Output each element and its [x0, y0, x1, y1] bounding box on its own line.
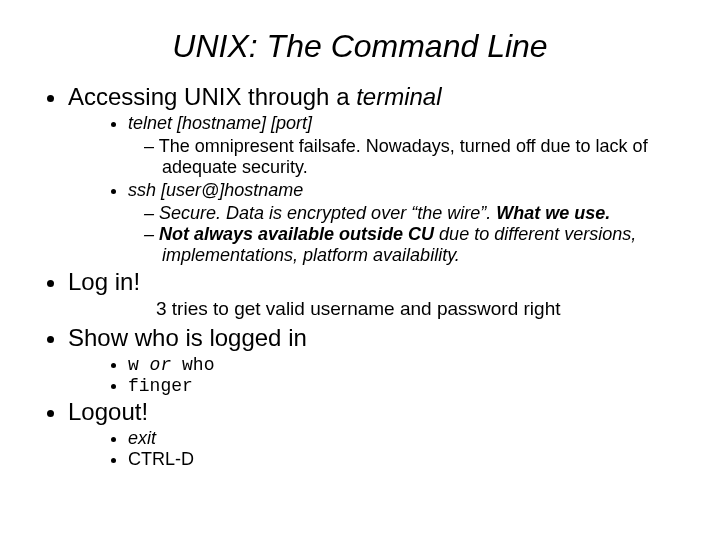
sub-item: w or who — [128, 354, 680, 375]
dash-list: The omnipresent failsafe. Nowadays, turn… — [68, 136, 680, 178]
bullet-text: Logout! — [68, 398, 148, 425]
slide: UNIX: The Command Line Accessing UNIX th… — [0, 0, 720, 492]
slide-title: UNIX: The Command Line — [40, 28, 680, 65]
bullet-show-who: Show who is logged in w or who finger — [68, 324, 680, 396]
sub-list: exit CTRL-D — [68, 428, 680, 470]
dash-item: Not always available outside CU due to d… — [162, 224, 680, 266]
sub-item: finger — [128, 375, 680, 396]
text: Secure. Data is encrypted over “the wire… — [159, 203, 496, 223]
bullet-text: Log in! — [68, 268, 140, 295]
sub-telnet: telnet [hostname] [port] — [128, 113, 680, 134]
bullet-logout: Logout! exit CTRL-D — [68, 398, 680, 470]
bullet-list: Accessing UNIX through a terminal telnet… — [40, 83, 680, 470]
note-text: 3 tries to get valid username and passwo… — [68, 298, 680, 320]
text-bold: Not always available outside CU — [159, 224, 434, 244]
bullet-login: Log in! 3 tries to get valid username an… — [68, 268, 680, 320]
bullet-text: Accessing UNIX through a — [68, 83, 356, 110]
sub-list: w or who finger — [68, 354, 680, 396]
sub-item: exit — [128, 428, 680, 449]
sub-list: telnet [hostname] [port] — [68, 113, 680, 134]
sub-item: CTRL-D — [128, 449, 680, 470]
code-text: w — [128, 355, 139, 375]
sub-list: ssh [user@]hostname — [68, 180, 680, 201]
code-text: finger — [128, 376, 193, 396]
sub-ssh: ssh [user@]hostname — [128, 180, 680, 201]
dash-item: The omnipresent failsafe. Nowadays, turn… — [162, 136, 680, 178]
code-text: who — [182, 355, 214, 375]
code-text: or — [139, 355, 182, 375]
bullet-text: Show who is logged in — [68, 324, 307, 351]
dash-item: Secure. Data is encrypted over “the wire… — [162, 203, 680, 224]
bullet-accessing: Accessing UNIX through a terminal telnet… — [68, 83, 680, 266]
text-bold: What we use. — [496, 203, 610, 223]
bullet-text-em: terminal — [356, 83, 441, 110]
dash-list: Secure. Data is encrypted over “the wire… — [68, 203, 680, 266]
